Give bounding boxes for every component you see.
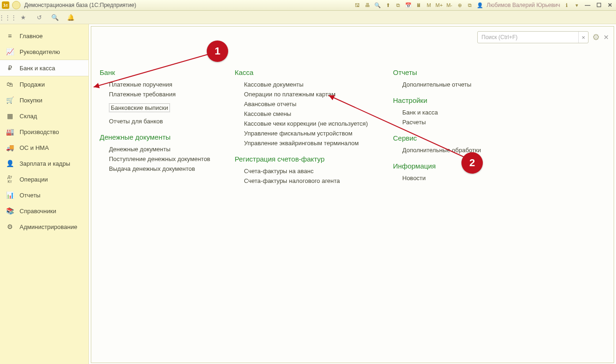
person-icon: 👤 xyxy=(6,160,14,167)
bars-icon: 📊 xyxy=(6,191,14,199)
sidebar-item-label: Администрирование xyxy=(20,223,77,230)
sidebar-item-label: Склад xyxy=(20,113,37,120)
sidebar-item-label: Банк и касса xyxy=(20,65,55,72)
sidebar-item-label: ОС и НМА xyxy=(20,144,49,151)
calc-icon[interactable]: 🖩 xyxy=(415,1,422,9)
link-news[interactable]: Новости xyxy=(402,175,509,182)
sidebar-item-main[interactable]: ≡ Главное xyxy=(0,28,88,44)
sidebar-item-operations[interactable]: ДтКт Операции xyxy=(0,171,88,187)
close-button[interactable]: ✕ xyxy=(606,1,614,9)
user-icon: 👤 xyxy=(476,1,484,9)
minimize-button[interactable]: — xyxy=(583,1,592,9)
bell-icon[interactable]: 🔔 xyxy=(66,13,75,22)
factory-icon: 🏭 xyxy=(6,128,14,135)
compare-icon[interactable]: ⧉ xyxy=(394,1,402,9)
books-icon: 📚 xyxy=(6,207,14,215)
sidebar-item-assets[interactable]: 🚚 ОС и НМА xyxy=(0,140,88,155)
link-sf-advance[interactable]: Счета-фактуры на аванс xyxy=(244,168,374,175)
content-header: × ⚙ ✕ xyxy=(477,31,609,43)
grid-icon: ▦ xyxy=(6,112,14,120)
link-settings-bank[interactable]: Банк и касса xyxy=(402,109,509,116)
dtkt-icon: ДтКт xyxy=(6,175,14,184)
search-clear-button[interactable]: × xyxy=(578,32,588,43)
group-money-docs-title[interactable]: Денежные документы xyxy=(100,133,216,141)
dropdown-icon[interactable]: ▾ xyxy=(573,1,581,9)
favorite-icon[interactable]: ★ xyxy=(19,13,28,22)
title-bar: 1с Демонстрационная база (1С:Предприятие… xyxy=(0,0,616,11)
link-fiscal-device[interactable]: Управление фискальным устройством xyxy=(244,130,374,137)
mem-mminus[interactable]: M- xyxy=(446,1,453,9)
panel-close-icon[interactable]: ✕ xyxy=(603,34,609,41)
mem-mplus[interactable]: M+ xyxy=(435,1,443,9)
print-icon[interactable]: 🖶 xyxy=(364,1,371,9)
zoom-in-icon[interactable]: ⊕ xyxy=(456,1,463,9)
link-money-docs-out[interactable]: Выдача денежных документов xyxy=(109,165,216,172)
link-money-docs[interactable]: Денежные документы xyxy=(109,146,216,153)
link-bank-statements[interactable]: Банковские выписки xyxy=(109,103,170,112)
link-payment-demands[interactable]: Платежные требования xyxy=(109,91,216,98)
link-cash-shifts[interactable]: Кассовые смены xyxy=(244,110,374,117)
sidebar-item-purchases[interactable]: 🛒 Покупки xyxy=(0,92,88,108)
sidebar-item-bank-cash[interactable]: ₽ Банк и касса xyxy=(0,60,88,76)
help-icon[interactable]: ℹ xyxy=(563,1,570,9)
link-money-docs-in[interactable]: Поступление денежных документов xyxy=(109,155,216,162)
search-input[interactable] xyxy=(478,34,578,40)
sidebar-item-label: Руководителю xyxy=(20,48,60,55)
bag-icon: 🛍 xyxy=(6,81,14,88)
sidebar-item-label: Производство xyxy=(20,128,59,135)
sidebar-item-label: Операции xyxy=(20,176,48,183)
search-box: × xyxy=(477,31,589,43)
group-reports-title[interactable]: Отчеты xyxy=(393,68,509,76)
group-settings-title[interactable]: Настройки xyxy=(393,96,509,104)
sidebar-item-label: Покупки xyxy=(20,97,42,104)
sidebar-item-hr[interactable]: 👤 Зарплата и кадры xyxy=(0,155,88,171)
mem-m[interactable]: M xyxy=(425,1,433,9)
sidebar-item-manager[interactable]: 📈 Руководителю xyxy=(0,44,88,60)
link-extra-reports[interactable]: Дополнительные отчеты xyxy=(402,81,509,88)
column-3: Отчеты Дополнительные отчеты Настройки Б… xyxy=(393,68,509,187)
link-cash-docs[interactable]: Кассовые документы xyxy=(244,81,374,88)
sidebar-item-production[interactable]: 🏭 Производство xyxy=(0,124,88,140)
maximize-button[interactable]: ☐ xyxy=(595,1,603,9)
group-info-title[interactable]: Информация xyxy=(393,162,509,170)
search-icon[interactable]: 🔍 xyxy=(50,13,60,22)
annotation-badge-2: 2 xyxy=(461,152,483,174)
group-reg-sf-title[interactable]: Регистрация счетов-фактур xyxy=(235,155,374,163)
sidebar-item-label: Зарплата и кадры xyxy=(20,160,70,167)
book-icon[interactable]: ⧉ xyxy=(466,1,474,9)
preview-icon[interactable]: 🔍 xyxy=(374,1,381,9)
sidebar-item-reports[interactable]: 📊 Отчеты xyxy=(0,187,88,203)
toolbar: ⋮⋮⋮ ★ ↺ 🔍 🔔 xyxy=(0,11,616,24)
link-correction-checks[interactable]: Кассовые чеки коррекции (не используется… xyxy=(244,120,374,127)
link-bank-reports[interactable]: Отчеты для банков xyxy=(109,118,216,125)
link-card-operations[interactable]: Операции по платежным картам xyxy=(244,91,374,98)
link-sf-tax-agent[interactable]: Счета-фактуры налогового агента xyxy=(244,177,374,184)
save-icon[interactable]: 🖫 xyxy=(353,1,361,9)
sidebar-item-references[interactable]: 📚 Справочники xyxy=(0,203,88,219)
chart-icon: 📈 xyxy=(6,48,14,55)
annotation-badge-1: 1 xyxy=(207,40,228,62)
sidebar-item-warehouse[interactable]: ▦ Склад xyxy=(0,108,88,124)
column-2: Касса Кассовые документы Операции по пла… xyxy=(235,68,374,187)
sidebar-item-admin[interactable]: ⚙ Администрирование xyxy=(0,219,88,235)
group-kassa-title[interactable]: Касса xyxy=(235,68,374,76)
group-bank-title[interactable]: Банк xyxy=(100,68,216,76)
calendar-icon[interactable]: 📅 xyxy=(405,1,412,9)
link-advance-reports[interactable]: Авансовые отчеты xyxy=(244,101,374,108)
group-service-title[interactable]: Сервис xyxy=(393,134,509,142)
sidebar-item-label: Отчеты xyxy=(20,192,41,199)
apps-icon[interactable]: ⋮⋮⋮ xyxy=(3,13,12,22)
link-settings-calc[interactable]: Расчеты xyxy=(402,119,509,126)
link-acquiring-terminal[interactable]: Управление эквайринговым терминалом xyxy=(244,140,374,147)
link-payment-orders[interactable]: Платежные поручения xyxy=(109,81,216,88)
history-icon[interactable]: ↺ xyxy=(34,13,44,22)
settings-gear-icon[interactable]: ⚙ xyxy=(592,32,600,42)
cart-icon: 🛒 xyxy=(6,96,14,104)
title-right-cluster: 🖫 🖶 🔍 ⬆ ⧉ 📅 🖩 M M+ M- ⊕ ⧉ 👤 Любимов Вале… xyxy=(353,1,614,9)
link-extra-processing[interactable]: Дополнительные обработки xyxy=(402,147,509,154)
nav-circle-icon[interactable] xyxy=(12,1,20,9)
sidebar-item-label: Справочники xyxy=(20,208,56,215)
sidebar-item-sales[interactable]: 🛍 Продажи xyxy=(0,76,88,92)
user-name[interactable]: Любимов Валерий Юрьевич xyxy=(487,2,560,8)
upload-icon[interactable]: ⬆ xyxy=(384,1,392,9)
